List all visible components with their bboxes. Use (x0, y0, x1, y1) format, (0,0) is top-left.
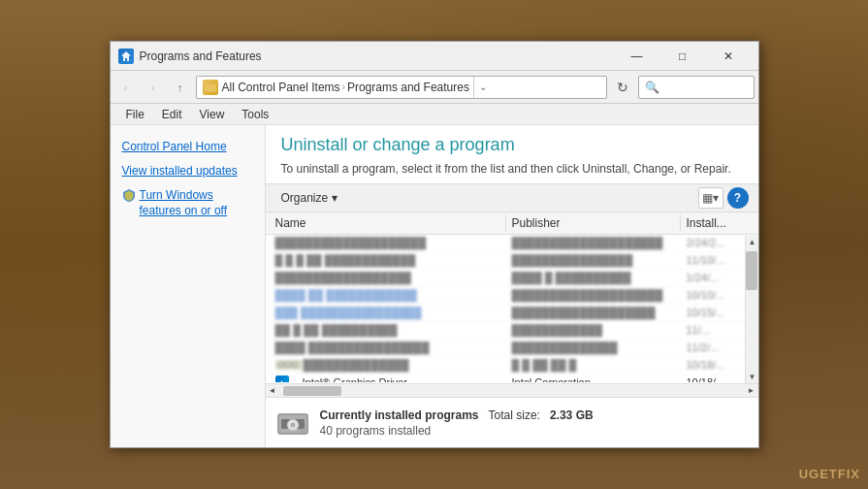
status-title: Currently installed programs Total size:… (320, 408, 594, 422)
row-name: ████ ████████████████ (266, 340, 506, 355)
list-item[interactable]: ████ ██ ████████████ ███████████████████… (266, 287, 758, 305)
row-publisher: ████ █ ██████████ (506, 270, 681, 285)
menu-bar: File Edit View Tools (111, 104, 758, 125)
list-item[interactable]: ██ █ ██ ██████████ ████████████ 11/... (266, 322, 758, 340)
search-icon: 🔍 (645, 81, 659, 94)
sidebar-control-panel-home[interactable]: Control Panel Home (111, 135, 265, 159)
address-bar: ‹ › ↑ All Control Panel Items › Programs… (111, 71, 758, 104)
status-bar: Currently installed programs Total size:… (266, 397, 758, 447)
list-item[interactable]: ██████████████████ ████ █ ██████████ 1/2… (266, 270, 758, 287)
row-publisher: ████████████████████ (506, 235, 681, 250)
horizontal-scrollbar[interactable]: ◄ ► (266, 383, 758, 397)
sidebar-view-updates[interactable]: View installed updates (111, 159, 265, 183)
help-button[interactable]: ? (727, 187, 749, 209)
row-publisher: █ █ ██ ██ █ (506, 357, 681, 373)
watermark: UGETFIX (799, 467, 860, 481)
svg-point-8 (292, 424, 294, 426)
panel-title: Uninstall or change a program (281, 135, 743, 155)
list-item[interactable]: ████ ████████████████ ██████████████ 11/… (266, 340, 758, 357)
list-item[interactable]: █ █ █ ██ ████████████ ████████████████ 1… (266, 252, 758, 270)
address-dropdown-button[interactable]: ⌄ (473, 77, 493, 98)
search-field[interactable]: 🔍 (638, 76, 755, 99)
organize-arrow: ▾ (332, 191, 338, 205)
intel-icon: i (275, 375, 289, 382)
intel-graphics-row[interactable]: i Intel® Graphics Driver Intel Corporati… (266, 375, 758, 382)
maximize-button[interactable]: □ (660, 42, 705, 71)
total-size-label: Total size: (489, 408, 540, 422)
view-toggle-button[interactable]: ▦ ▾ (698, 187, 723, 209)
window-controls: — □ ✕ (615, 42, 751, 71)
list-item[interactable]: ████████████████████ ███████████████████… (266, 235, 758, 252)
programs-count: 40 programs installed (320, 424, 594, 438)
list-toolbar: Organize ▾ ▦ ▾ ? (266, 183, 758, 212)
row-publisher: ████████████ (506, 322, 681, 338)
up-button[interactable]: ↑ (169, 76, 192, 99)
sidebar-windows-features-label: Turn Windows features on or off (140, 187, 253, 220)
row-name: ██ █ ██ ██████████ (266, 322, 506, 338)
row-publisher: ██████████████ (506, 340, 681, 355)
list-header: Name Publisher Install... (266, 212, 758, 235)
panel-subtitle: To uninstall a program, select it from t… (281, 161, 743, 178)
row-publisher: ███████████████████ (506, 305, 681, 320)
row-name: OOO ██████████████ (266, 357, 506, 373)
menu-view[interactable]: View (192, 106, 233, 123)
minimize-button[interactable]: — (615, 42, 659, 71)
currently-installed-label: Currently installed programs (320, 408, 479, 422)
list-item[interactable]: OOO ██████████████ █ █ ██ ██ █ 10/18/... (266, 357, 758, 375)
row-publisher: ████████████████ (506, 252, 681, 268)
view-arrow: ▾ (713, 191, 719, 205)
organize-label: Organize (281, 191, 329, 205)
programs-list: ████████████████████ ███████████████████… (266, 235, 758, 382)
svg-rect-1 (205, 82, 209, 85)
row-name: ████ ██ ████████████ (266, 287, 506, 303)
content-area: Control Panel Home View installed update… (111, 125, 758, 447)
main-panel: Uninstall or change a program To uninsta… (266, 125, 758, 447)
title-bar: Programs and Features — □ ✕ (111, 42, 758, 71)
col-name[interactable]: Name (266, 214, 506, 232)
list-area: Name Publisher Install... ██████████████… (266, 212, 758, 383)
window-title: Programs and Features (140, 49, 615, 63)
status-text: Currently installed programs Total size:… (320, 408, 594, 438)
col-install[interactable]: Install... (681, 214, 758, 232)
status-icon (275, 406, 310, 440)
intel-name: Intel® Graphics Driver (293, 375, 506, 382)
col-publisher[interactable]: Publisher (506, 214, 681, 232)
address-part2: Programs and Features (347, 81, 469, 94)
address-field[interactable]: All Control Panel Items › Programs and F… (196, 76, 607, 99)
h-scroll-track (279, 386, 745, 396)
menu-file[interactable]: File (118, 106, 152, 123)
scroll-down-arrow[interactable]: ▼ (746, 370, 758, 383)
vertical-scrollbar[interactable]: ▲ ▼ (745, 236, 758, 383)
programs-and-features-window: Programs and Features — □ ✕ ‹ › ↑ Al (110, 41, 759, 448)
address-text: All Control Panel Items › Programs and F… (222, 81, 469, 94)
menu-edit[interactable]: Edit (154, 106, 190, 123)
shield-icon (122, 188, 136, 202)
back-button[interactable]: ‹ (114, 76, 138, 99)
scroll-thumb[interactable] (746, 251, 757, 290)
address-part1: All Control Panel Items (222, 81, 340, 94)
panel-header: Uninstall or change a program To uninsta… (266, 125, 758, 183)
row-name: ████████████████████ (266, 235, 506, 250)
organize-button[interactable]: Organize ▾ (275, 189, 344, 207)
row-name: ███ ████████████████ (266, 305, 506, 320)
refresh-button[interactable]: ↻ (611, 76, 634, 99)
h-scroll-right[interactable]: ► (745, 384, 758, 398)
svg-rect-0 (205, 84, 216, 92)
row-name: █ █ █ ██ ████████████ (266, 252, 506, 268)
h-scroll-left[interactable]: ◄ (266, 384, 279, 398)
list-item[interactable]: ███ ████████████████ ███████████████████… (266, 305, 758, 322)
menu-tools[interactable]: Tools (234, 106, 276, 123)
address-separator: › (342, 82, 345, 92)
h-scroll-thumb[interactable] (283, 386, 341, 396)
view-icon: ▦ (702, 191, 713, 205)
address-folder-icon (203, 80, 218, 95)
sidebar-windows-features[interactable]: Turn Windows features on or off (111, 183, 265, 224)
row-publisher: ████████████████████ (506, 287, 681, 303)
scroll-up-arrow[interactable]: ▲ (746, 236, 758, 249)
forward-button[interactable]: › (142, 76, 165, 99)
intel-publisher: Intel Corporation (506, 375, 681, 382)
sidebar: Control Panel Home View installed update… (111, 125, 266, 447)
window-icon (118, 49, 134, 64)
row-name: ██████████████████ (266, 270, 506, 285)
close-button[interactable]: ✕ (706, 42, 751, 71)
